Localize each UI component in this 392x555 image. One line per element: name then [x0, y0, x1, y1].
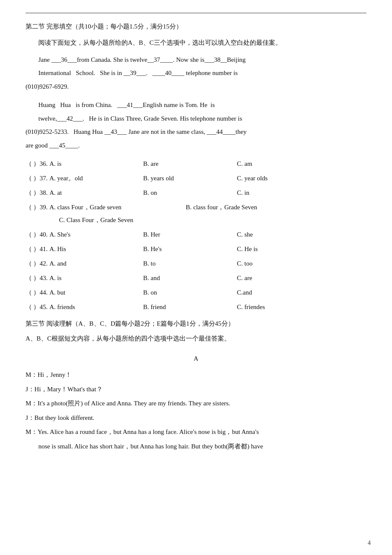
passage1-line2: International School. She is in __39___.… [26, 66, 366, 80]
page-number: 4 [368, 540, 371, 546]
section3-instruction: A、B、C根据短文内容，从每小题所给的四个选项中选出一个最佳答案。 [26, 332, 366, 345]
passage1-line1: Jane ___36___from Canada. She is twelve_… [26, 53, 366, 67]
question-39: （ ）39. A. class Four，Grade seven B. clas… [26, 201, 366, 226]
question-42: （ ）42. A. and B. to C. too [26, 257, 366, 270]
section2-title: 第二节 完形填空（共10小题；每小题1.5分，满分15分） [26, 21, 366, 32]
dialogue-line-5: M：Yes. Alice has a round face，but Anna h… [26, 425, 366, 439]
question-40: （ ）40. A. She's B. Her C. she [26, 228, 366, 241]
top-divider [26, 13, 366, 13]
dialogue-line-6: nose is small. Alice has short hair，but … [26, 440, 366, 454]
passage1-line3: (010)9267-6929. [26, 80, 366, 94]
passage1: Jane ___36___from Canada. She is twelve_… [26, 53, 366, 94]
passage-label-a: A [26, 352, 366, 365]
passage2-line3: (010)9252-5233. Huang Hua __43___ Jane a… [26, 125, 366, 139]
dialogue-line-2: J：Hi，Mary！What's that？ [26, 383, 366, 396]
passage2: Huang Hua is from China. ___41___English… [26, 98, 366, 152]
question-44: （ ）44. A. but B. on C.and [26, 286, 366, 299]
dialogue: M：Hi，Jenny！ J：Hi，Mary！What's that？ M：It'… [26, 368, 366, 453]
question-38: （ ）38. A. at B. on C. in [26, 186, 366, 199]
question-list: （ ）36. A. is B. are C. am （ ）37. A. year… [26, 157, 366, 313]
page: 第二节 完形填空（共10小题；每小题1.5分，满分15分） 阅读下面短文，从每小… [0, 0, 392, 555]
section3-title: 第三节 阅读理解（A、B、C、D篇每小题2分；E篇每小题1分，满分45分） [26, 318, 366, 330]
passage2-line4: are good ___45____. [26, 139, 366, 153]
question-37: （ ）37. A. year。old B. years old C. year … [26, 172, 366, 185]
question-45: （ ）45. A. friends B. friend C. friendes [26, 301, 366, 313]
section2-instruction: 阅读下面短文，从每小题所给的A、B、C三个选项中，选出可以填入空白处的最佳案。 [26, 37, 366, 49]
passage2-line1: Huang Hua is from China. ___41___English… [26, 98, 366, 112]
passage2-line2: twelve,___42___. He is in Class Three, G… [26, 112, 366, 126]
question-36: （ ）36. A. is B. are C. am [26, 157, 366, 170]
dialogue-line-4: J：But they look different. [26, 411, 366, 425]
dialogue-line-1: M：Hi，Jenny！ [26, 368, 366, 382]
question-43: （ ）43. A. is B. and C. are [26, 272, 366, 284]
question-41: （ ）41. A. His B. He's C. He is [26, 243, 366, 255]
dialogue-line-3: M：It's a photo(照片) of Alice and Anna. Th… [26, 397, 366, 410]
